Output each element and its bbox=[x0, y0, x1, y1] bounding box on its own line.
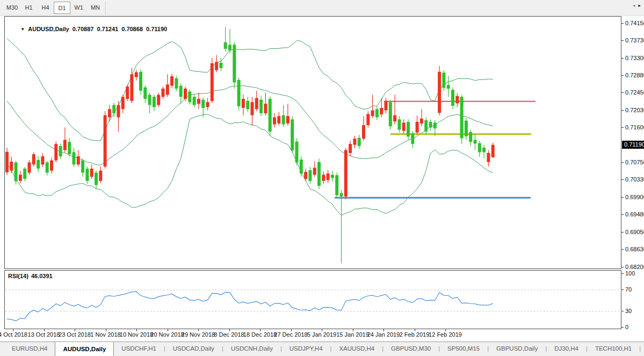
tab-usdchf-h1[interactable]: USDCHF,H1 bbox=[114, 342, 164, 356]
candle bbox=[19, 171, 22, 184]
timeframe-button-d1[interactable]: D1 bbox=[54, 2, 70, 14]
candle bbox=[438, 66, 441, 115]
date-tick-label: 27 Dec 2018 bbox=[274, 331, 307, 338]
rsi-tick-label: 100 bbox=[625, 270, 635, 277]
price-tick-label: 0.69050 bbox=[625, 229, 644, 235]
bollinger-upper-band bbox=[7, 39, 493, 141]
timeframe-button-h1[interactable]: H1 bbox=[20, 2, 37, 14]
rsi-pane[interactable]: RSI(14)46.0391 bbox=[4, 270, 621, 329]
timeframe-toolbar: M30H1H4D1W1MN bbox=[0, 0, 644, 16]
tab-uko[interactable]: UKO bbox=[641, 342, 644, 356]
candle bbox=[179, 83, 183, 104]
candle bbox=[469, 129, 472, 146]
candle bbox=[175, 76, 178, 91]
price-tick-label: 0.72450 bbox=[625, 89, 644, 96]
candle bbox=[126, 84, 129, 101]
candle bbox=[304, 169, 307, 181]
timeframe-button-h4[interactable]: H4 bbox=[37, 2, 54, 14]
candle bbox=[478, 141, 481, 157]
date-tick-label: 12 Feb 2019 bbox=[429, 331, 462, 338]
price-axis-tick bbox=[621, 75, 624, 76]
tab-dj30-h4[interactable]: DJ30,H4 bbox=[547, 342, 586, 356]
candle bbox=[193, 95, 196, 108]
price-axis-tick bbox=[621, 110, 624, 111]
main-chart-canvas[interactable] bbox=[5, 17, 622, 270]
candle bbox=[68, 138, 71, 157]
timeframe-button-w1[interactable]: W1 bbox=[70, 2, 87, 14]
candle bbox=[242, 95, 245, 115]
symbol-dropdown-icon[interactable]: ▼ bbox=[20, 27, 25, 32]
tab-usdcad-daily[interactable]: USDCAD,Daily bbox=[165, 342, 222, 356]
candle bbox=[322, 171, 325, 184]
candle bbox=[362, 116, 365, 141]
tab-eurusd-h4[interactable]: EURUSD,H4 bbox=[4, 342, 55, 356]
price-tick-label: 0.71600 bbox=[625, 124, 644, 130]
chart-tabs-bar: EURUSD,H4AUDUSD,DailyUSDCHF,H1|USDCAD,Da… bbox=[0, 342, 644, 356]
candle bbox=[455, 93, 459, 107]
tab-scroll-left-icon[interactable]: ◂ bbox=[633, 3, 635, 8]
price-axis-tick bbox=[621, 179, 624, 180]
tab-scroll-right-icon[interactable]: ▸ bbox=[638, 3, 641, 8]
candle bbox=[37, 156, 40, 172]
tab-audusd-daily[interactable]: AUDUSD,Daily bbox=[55, 342, 114, 356]
candle bbox=[251, 97, 254, 126]
date-axis[interactable]: 4 Oct 201813 Oct 201823 Oct 20181 Nov 20… bbox=[0, 329, 644, 342]
candle bbox=[46, 161, 49, 176]
main-chart-pane[interactable]: ▼AUDUSD,Daily0.708870.712410.708680.7119… bbox=[4, 16, 621, 269]
candle bbox=[269, 97, 272, 136]
price-tick-label: 0.72030 bbox=[625, 107, 644, 113]
candle bbox=[407, 119, 410, 140]
candle bbox=[95, 171, 98, 189]
candle bbox=[385, 98, 388, 113]
candle bbox=[28, 160, 31, 175]
rsi-axis-tick bbox=[621, 311, 624, 311]
price-axis-tick bbox=[621, 58, 624, 59]
tab-usdcnh-daily[interactable]: USDCNH,Daily bbox=[223, 342, 280, 356]
candle bbox=[63, 128, 67, 153]
candle bbox=[353, 136, 356, 148]
candle bbox=[166, 74, 169, 97]
price-axis[interactable]: 0.741500.737300.733000.728800.724500.720… bbox=[621, 16, 644, 269]
candle bbox=[482, 145, 486, 158]
candle bbox=[429, 119, 432, 130]
ohlc-close: 0.71190 bbox=[146, 26, 167, 32]
candle bbox=[447, 76, 450, 97]
candle bbox=[402, 119, 406, 134]
tab-sp500-m15[interactable]: SP500,M15 bbox=[440, 342, 487, 356]
price-tick-label: 0.69480 bbox=[625, 211, 644, 217]
price-axis-tick bbox=[621, 197, 624, 198]
timeframe-button-mn[interactable]: MN bbox=[87, 2, 104, 14]
tab-gbpusd-daily[interactable]: GBPUSD,Daily bbox=[489, 342, 545, 356]
price-tick-label: 0.73300 bbox=[625, 55, 644, 61]
candle bbox=[237, 77, 241, 110]
candle bbox=[143, 85, 147, 103]
price-axis-tick bbox=[621, 40, 624, 41]
date-tick-label: 1 Nov 2018 bbox=[90, 331, 120, 338]
candle bbox=[420, 109, 423, 126]
candle bbox=[157, 93, 160, 107]
tab-gbpusd-m30[interactable]: GBPUSD,M30 bbox=[383, 342, 438, 356]
candle bbox=[85, 166, 89, 184]
price-tick-label: 0.68630 bbox=[625, 246, 644, 252]
tab-usdjpy-h4[interactable]: USDJPY,H4 bbox=[282, 342, 330, 356]
price-axis-tick bbox=[621, 214, 624, 215]
candle bbox=[135, 70, 138, 81]
price-tick-label: 0.74150 bbox=[625, 20, 644, 26]
rsi-tick-label: 30 bbox=[625, 308, 632, 314]
bollinger-lower-band bbox=[7, 114, 493, 215]
tab-tech100-h1[interactable]: TECH100,H1 bbox=[588, 342, 639, 356]
price-tick-label: 0.70330 bbox=[625, 176, 644, 183]
timeframe-button-m30[interactable]: M30 bbox=[4, 2, 20, 14]
tab-xauusd-h4[interactable]: XAUUSD,H4 bbox=[331, 342, 382, 356]
candle bbox=[344, 148, 348, 199]
rsi-tick-label: 70 bbox=[625, 286, 632, 293]
date-tick-label: 5 Jan 2019 bbox=[307, 331, 336, 338]
candle bbox=[215, 55, 218, 72]
candle bbox=[73, 148, 76, 167]
mt4-window: M30H1H4D1W1MN ▼AUDUSD,Daily0.708870.7124… bbox=[0, 0, 644, 356]
candle bbox=[224, 27, 227, 52]
price-tick-label: 0.69900 bbox=[625, 194, 644, 200]
candle bbox=[487, 150, 490, 167]
candle bbox=[188, 90, 191, 105]
candle bbox=[233, 42, 236, 89]
